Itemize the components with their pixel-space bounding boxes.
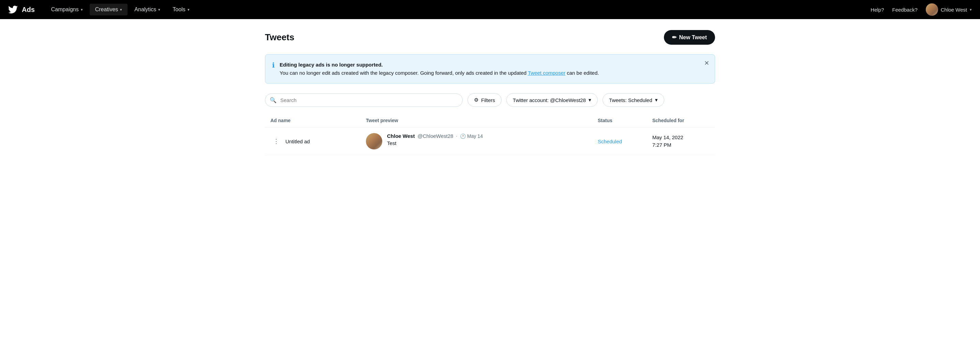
account-dropdown[interactable]: Twitter account: @ChloeWest28 ▾ xyxy=(506,93,598,107)
nav-item-analytics[interactable]: Analytics ▾ xyxy=(129,4,166,15)
col-header-tweet-preview: Tweet preview xyxy=(360,113,592,128)
tweet-time-wrap: 🕐 May 14 xyxy=(460,133,483,139)
nav-item-creatives[interactable]: Creatives ▾ xyxy=(90,4,128,15)
tweet-preview-cell: Chloe West @ChloeWest28 · 🕐 May 14 Test xyxy=(360,128,592,155)
scheduled-date: May 14, 2022 7:27 PM xyxy=(652,134,710,149)
status-badge: Scheduled xyxy=(598,139,622,144)
tweets-filter-label: Tweets: Scheduled xyxy=(609,97,652,103)
user-menu[interactable]: Chloe West ▾ xyxy=(926,3,972,16)
alert-body-after: can be edited. xyxy=(565,70,599,76)
tweet-body: Chloe West @ChloeWest28 · 🕐 May 14 Test xyxy=(387,133,483,146)
account-label: Twitter account: @ChloeWest28 xyxy=(513,97,586,103)
toolbar: 🔍 ⚙ Filters Twitter account: @ChloeWest2… xyxy=(265,93,715,107)
tweets-filter-dropdown[interactable]: Tweets: Scheduled ▾ xyxy=(603,93,664,107)
filters-button[interactable]: ⚙ Filters xyxy=(468,93,501,107)
tweet-separator: · xyxy=(456,133,457,139)
clock-icon: 🕐 xyxy=(460,133,466,139)
nav-right: Help? Feedback? Chloe West ▾ xyxy=(870,3,972,16)
tweet-user-name: Chloe West xyxy=(387,133,415,139)
tweet-header: Chloe West @ChloeWest28 · 🕐 May 14 xyxy=(387,133,483,139)
col-header-scheduled-for: Scheduled for xyxy=(647,113,715,128)
alert-text: Editing legacy ads is no longer supporte… xyxy=(280,61,599,77)
analytics-chevron-icon: ▾ xyxy=(158,8,160,12)
filters-label: Filters xyxy=(481,97,495,103)
search-box: 🔍 xyxy=(265,94,463,107)
nav-campaigns-label: Campaigns xyxy=(51,6,79,13)
account-chevron-icon: ▾ xyxy=(589,97,591,103)
user-avatar xyxy=(926,3,938,16)
status-cell: Scheduled xyxy=(592,128,647,155)
creatives-chevron-icon: ▾ xyxy=(120,8,122,12)
campaigns-chevron-icon: ▾ xyxy=(81,8,83,12)
tools-chevron-icon: ▾ xyxy=(188,8,189,12)
new-tweet-button[interactable]: ✏ New Tweet xyxy=(664,30,715,45)
nav-creatives-label: Creatives xyxy=(95,6,118,13)
tweet-handle: @ChloeWest28 xyxy=(417,133,453,139)
feedback-link[interactable]: Feedback? xyxy=(892,7,918,13)
tweets-table: Ad name Tweet preview Status Scheduled f… xyxy=(265,113,715,155)
pencil-icon: ✏ xyxy=(672,34,676,41)
user-name: Chloe West xyxy=(941,7,967,13)
col-header-status: Status xyxy=(592,113,647,128)
table-row: ⋮ Untitled ad Chloe West @ChloeWest28 · xyxy=(265,128,715,155)
table-body: ⋮ Untitled ad Chloe West @ChloeWest28 · xyxy=(265,128,715,155)
nav-analytics-label: Analytics xyxy=(134,6,156,13)
scheduled-date-text: May 14, 2022 xyxy=(652,134,683,140)
alert-title: Editing legacy ads is no longer supporte… xyxy=(280,62,383,67)
tweet-user-avatar xyxy=(366,133,382,149)
ad-name-text: Untitled ad xyxy=(285,139,310,144)
col-header-ad-name: Ad name xyxy=(265,113,360,128)
tweet-time: May 14 xyxy=(467,133,483,139)
tweets-filter-chevron-icon: ▾ xyxy=(655,97,658,103)
tweet-preview: Chloe West @ChloeWest28 · 🕐 May 14 Test xyxy=(366,133,587,149)
page-title: Tweets xyxy=(265,32,294,43)
filter-icon: ⚙ xyxy=(474,97,479,103)
main-content: Tweets ✏ New Tweet ℹ Editing legacy ads … xyxy=(251,19,729,166)
nav-items: Campaigns ▾ Creatives ▾ Analytics ▾ Tool… xyxy=(46,4,871,15)
brand-label: Ads xyxy=(22,6,35,14)
alert-body-before: You can no longer edit ads created with … xyxy=(280,70,528,76)
search-input[interactable] xyxy=(265,94,463,107)
help-link[interactable]: Help? xyxy=(870,7,884,13)
nav-item-campaigns[interactable]: Campaigns ▾ xyxy=(46,4,88,15)
scheduled-time-text: 7:27 PM xyxy=(652,142,671,148)
ad-name-cell: ⋮ Untitled ad xyxy=(265,128,360,155)
new-tweet-label: New Tweet xyxy=(679,34,707,41)
tweet-text: Test xyxy=(387,140,483,146)
twitter-logo[interactable] xyxy=(8,5,18,14)
info-icon: ℹ xyxy=(272,61,275,69)
nav-item-tools[interactable]: Tools ▾ xyxy=(167,4,195,15)
page-header: Tweets ✏ New Tweet xyxy=(265,30,715,45)
scheduled-for-cell: May 14, 2022 7:27 PM xyxy=(647,128,715,155)
alert-close-button[interactable]: ✕ xyxy=(704,60,709,66)
row-more-button[interactable]: ⋮ xyxy=(270,136,282,146)
search-icon: 🔍 xyxy=(270,97,277,103)
tweet-composer-link[interactable]: Tweet composer xyxy=(528,70,565,76)
user-chevron-icon: ▾ xyxy=(970,8,972,12)
alert-banner: ℹ Editing legacy ads is no longer suppor… xyxy=(265,54,715,84)
top-nav: Ads Campaigns ▾ Creatives ▾ Analytics ▾ … xyxy=(0,0,980,19)
nav-tools-label: Tools xyxy=(173,6,185,13)
table-header: Ad name Tweet preview Status Scheduled f… xyxy=(265,113,715,128)
